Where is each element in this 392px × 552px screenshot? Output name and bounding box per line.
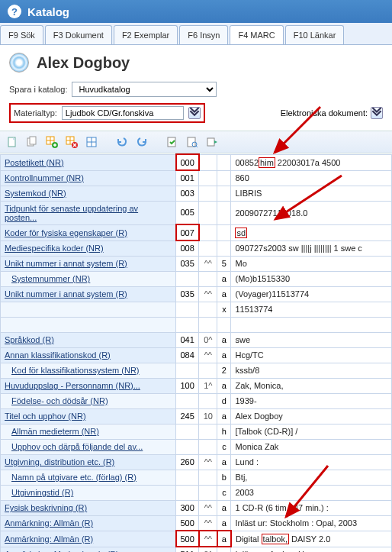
field-tag[interactable] [176, 302, 199, 317]
field-indicators[interactable]: 10 [199, 408, 217, 424]
field-label[interactable] [1, 302, 176, 317]
preview-icon[interactable] [185, 134, 200, 150]
tab-insyn[interactable]: F6 Insyn [179, 25, 228, 44]
field-tag[interactable]: 008 [176, 240, 199, 256]
field-indicators[interactable] [199, 186, 217, 201]
field-label[interactable]: Anmärkning: Medverkande (R) [1, 547, 176, 552]
field-label[interactable]: Språkkod (R) [1, 332, 176, 347]
field-indicators[interactable]: ^^ [199, 286, 217, 302]
field-label[interactable]: Namn på utgivare etc. (förlag) (R) [1, 470, 176, 485]
field-indicators[interactable]: ^^ [199, 347, 217, 363]
tab-lankar[interactable]: F10 Länkar [285, 25, 345, 44]
field-indicators[interactable]: ^^ [199, 531, 217, 547]
field-subfield[interactable] [217, 170, 231, 186]
field-label[interactable]: Unikt nummer i annat system (R) [1, 256, 176, 271]
field-tag[interactable]: 000 [176, 154, 199, 170]
field-tag[interactable]: 300 [176, 500, 199, 515]
field-value[interactable] [231, 317, 392, 332]
field-value[interactable]: Digital talbok, DAISY 2.0 [231, 531, 392, 547]
field-indicators[interactable] [199, 271, 217, 286]
field-tag[interactable]: 245 [176, 408, 199, 424]
grid-add-icon[interactable] [44, 134, 59, 150]
field-indicators[interactable]: 0^ [199, 547, 217, 552]
field-value[interactable]: Inläsare: Anders Hogeman [231, 547, 392, 552]
undo-icon[interactable] [114, 134, 130, 150]
field-tag[interactable] [176, 271, 199, 286]
field-label[interactable]: Utgivningstid (R) [1, 485, 176, 500]
field-indicators[interactable]: ^^ [199, 256, 217, 271]
field-indicators[interactable]: ^^ [199, 515, 217, 531]
field-label[interactable]: Anmärkning: Allmän (R) [1, 531, 176, 547]
field-subfield[interactable]: a [217, 286, 231, 302]
field-value[interactable]: 1939- [231, 393, 392, 408]
field-label[interactable]: Titel och upphov (NR) [1, 408, 176, 424]
validate-icon[interactable] [165, 134, 180, 150]
field-subfield[interactable]: 5 [217, 256, 231, 271]
field-subfield[interactable]: 2 [217, 363, 231, 378]
field-subfield[interactable] [217, 224, 231, 240]
field-indicators[interactable]: 0^ [199, 332, 217, 347]
tab-sok[interactable]: F9 Sök [0, 25, 43, 44]
field-indicators[interactable] [199, 201, 217, 224]
field-label[interactable]: Fysisk beskrivning (R) [1, 500, 176, 515]
field-label[interactable]: Tidpunkt för senaste uppdatering av post… [1, 201, 176, 224]
field-tag[interactable] [176, 485, 199, 500]
field-indicators[interactable] [199, 154, 217, 170]
field-value[interactable]: LIBRIS [231, 186, 392, 201]
field-label[interactable]: Systemnummer (NR) [1, 271, 176, 286]
field-value[interactable]: Zak, Monica, [231, 378, 392, 393]
send-icon[interactable] [204, 134, 220, 150]
field-label[interactable]: Mediespecifika koder (NR) [1, 240, 176, 256]
field-subfield[interactable]: h [217, 424, 231, 439]
field-value[interactable]: 2003 [231, 485, 392, 500]
field-label[interactable]: Unikt nummer i annat system (R) [1, 286, 176, 302]
field-label[interactable]: Postetikett (NR) [1, 154, 176, 170]
field-indicators[interactable] [199, 470, 217, 485]
tab-dokument[interactable]: F3 Dokument [45, 25, 112, 44]
field-value[interactable]: Mo [231, 256, 392, 271]
field-tag[interactable]: 035 [176, 286, 199, 302]
field-indicators[interactable] [199, 240, 217, 256]
field-value[interactable]: 090727s2003 sw ||||j |||||||| 1 swe c [231, 240, 392, 256]
grid-icon[interactable] [84, 134, 99, 150]
field-subfield[interactable]: a [217, 332, 231, 347]
field-label[interactable]: Systemkod (NR) [1, 186, 176, 201]
tab-exemplar[interactable]: F2 Exemplar [114, 25, 178, 44]
field-tag[interactable]: 084 [176, 347, 199, 363]
field-subfield[interactable]: c [217, 485, 231, 500]
field-subfield[interactable]: a [217, 531, 231, 547]
copy-icon[interactable] [24, 134, 40, 150]
field-tag[interactable]: 001 [176, 170, 199, 186]
field-tag[interactable]: 500 [176, 515, 199, 531]
tab-marc[interactable]: F4 MARC [230, 25, 283, 44]
field-label[interactable]: Allmän medieterm (NR) [1, 424, 176, 439]
field-label[interactable]: Koder för fysiska egenskaper (R) [1, 224, 176, 240]
field-tag[interactable] [176, 424, 199, 439]
field-indicators[interactable] [199, 393, 217, 408]
field-indicators[interactable] [199, 485, 217, 500]
field-subfield[interactable]: a [217, 271, 231, 286]
field-indicators[interactable] [199, 170, 217, 186]
field-subfield[interactable] [217, 240, 231, 256]
field-tag[interactable]: 041 [176, 332, 199, 347]
field-indicators[interactable] [199, 424, 217, 439]
field-tag[interactable]: 260 [176, 454, 199, 470]
field-value[interactable]: Alex Dogboy [231, 408, 392, 424]
field-tag[interactable]: 007 [176, 224, 199, 240]
field-value[interactable]: 00852him 22003017a 4500 [231, 154, 392, 170]
field-subfield[interactable] [217, 186, 231, 201]
elektroniska-expand-icon[interactable] [371, 107, 383, 119]
redo-icon[interactable] [134, 134, 149, 150]
field-label[interactable]: Upphov och därpå följande del av... [1, 439, 176, 454]
field-tag[interactable]: 100 [176, 378, 199, 393]
field-tag[interactable] [176, 317, 199, 332]
field-indicators[interactable] [199, 317, 217, 332]
katalog-select[interactable]: Huvudkatalog [72, 82, 217, 97]
field-tag[interactable]: 511 [176, 547, 199, 552]
field-tag[interactable] [176, 439, 199, 454]
field-tag[interactable] [176, 393, 199, 408]
field-value[interactable]: 860 [231, 170, 392, 186]
field-tag[interactable]: 035 [176, 256, 199, 271]
field-subfield[interactable] [217, 154, 231, 170]
field-value[interactable]: Hcg/TC [231, 347, 392, 363]
